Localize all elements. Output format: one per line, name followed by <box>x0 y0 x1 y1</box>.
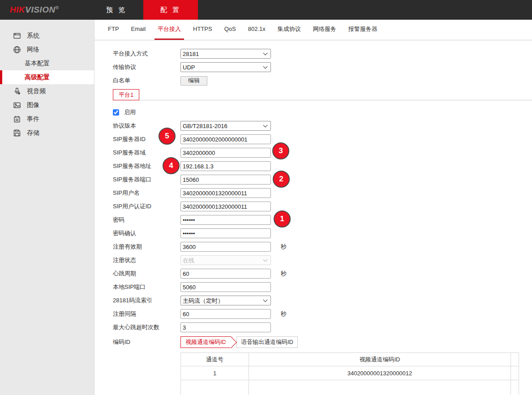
tab-email[interactable]: Email <box>128 19 149 40</box>
image-icon <box>13 101 21 110</box>
form-row-transport: 传输协议 UDP <box>113 62 532 72</box>
reg-interval-input[interactable] <box>180 309 271 319</box>
reg-interval-label: 注册间隔 <box>113 310 180 318</box>
tab-audio-output-channel-encoding-id[interactable]: 语音输出通道编码ID <box>236 336 298 348</box>
form-row-sip-domain: SIP服务器域 <box>113 148 532 158</box>
tab-ftp[interactable]: FTP <box>105 19 122 40</box>
sidebar-item-label: 存储 <box>27 129 39 137</box>
form-row-enable: 启用 <box>113 107 532 117</box>
tab-alarm-server[interactable]: 报警服务器 <box>345 19 381 40</box>
table-spacer-cell <box>511 366 519 380</box>
settings-tab-bar: FTP Email 平台接入 HTTPS QoS 802.1x 集成协议 网络服… <box>94 20 532 40</box>
protocol-version-select[interactable]: GB/T28181-2016 <box>180 121 271 131</box>
seconds-unit-label: 秒 <box>281 243 287 251</box>
sidebar-item-system[interactable]: 系统 <box>0 29 94 43</box>
form-row-sip-auth-id: SIP用户认证ID <box>113 202 532 211</box>
sip-auth-id-input[interactable] <box>180 202 271 211</box>
sip-port-input[interactable] <box>180 175 271 185</box>
form-row-reg-status: 注册状态 在线 <box>113 255 532 265</box>
stream-index-select[interactable]: 主码流（定时） <box>180 296 271 305</box>
tab-integration-protocol[interactable]: 集成协议 <box>275 19 304 40</box>
password-input[interactable] <box>180 215 271 225</box>
logo-hik: HIK <box>10 5 25 14</box>
sidebar: 系统 网络 基本配置 高级配置 视音频 图像 事件 存储 <box>0 20 94 395</box>
password-confirm-input[interactable] <box>180 228 271 238</box>
system-icon <box>13 31 21 40</box>
table-row[interactable]: 1 34020000001320000012 <box>181 366 519 380</box>
tab-video-channel-encoding-id[interactable]: 视频通道编码ID <box>180 336 231 348</box>
sidebar-item-storage[interactable]: 存储 <box>0 126 94 140</box>
platform-tab-divider <box>139 100 532 100</box>
form-row-heartbeat: 心跳周期 秒 <box>113 269 532 279</box>
heartbeat-label: 心跳周期 <box>113 270 180 278</box>
form-row-password: 密码 <box>113 215 532 225</box>
enable-checkbox[interactable] <box>113 109 119 116</box>
logo-registered-mark: ® <box>56 5 59 10</box>
sip-user-input[interactable] <box>180 188 271 198</box>
form-row-whitelist: 白名单 编辑 <box>113 76 532 86</box>
max-heartbeat-timeout-input[interactable] <box>180 322 271 332</box>
form-row-sip-port: SIP服务器端口 <box>113 175 532 185</box>
sidebar-item-video-audio[interactable]: 视音频 <box>0 84 94 98</box>
form-row-password-confirm: 密码确认 <box>113 228 532 238</box>
table-spacer-header <box>511 353 519 366</box>
password-confirm-label: 密码确认 <box>113 229 180 237</box>
sip-address-input[interactable] <box>180 161 271 171</box>
tab-802-1x[interactable]: 802.1x <box>245 19 269 40</box>
tab-https[interactable]: HTTPS <box>190 19 215 40</box>
encoding-id-tabs: 视频通道编码ID 语音输出通道编码ID <box>180 336 298 348</box>
table-row[interactable] <box>181 380 519 395</box>
sidebar-item-label: 事件 <box>27 115 39 123</box>
sidebar-item-label: 网络 <box>27 46 39 54</box>
sip-server-id-input[interactable] <box>180 134 271 144</box>
access-mode-select[interactable]: 28181 <box>180 49 271 59</box>
reg-status-label: 注册状态 <box>113 256 180 264</box>
seconds-unit-label: 秒 <box>281 310 287 318</box>
callout-badge-3: 3 <box>272 142 289 159</box>
sidebar-item-advanced-config[interactable]: 高级配置 <box>0 70 94 84</box>
transport-select[interactable]: UDP <box>180 62 271 72</box>
sip-domain-input[interactable] <box>180 148 271 158</box>
sidebar-item-label: 视音频 <box>27 87 46 95</box>
form-row-sip-server-id: SIP服务器ID <box>113 134 532 144</box>
access-mode-label: 平台接入方式 <box>113 50 180 58</box>
form-row-protocol-version: 协议版本 GB/T28181-2016 <box>113 121 532 131</box>
platform-tab-row: 平台1 <box>113 89 532 100</box>
form-row-local-sip-port: 本地SIP端口 <box>113 282 532 292</box>
sidebar-item-event[interactable]: 事件 <box>0 112 94 126</box>
form-row-reg-validity: 注册有效期 秒 <box>113 242 532 252</box>
sip-user-label: SIP用户名 <box>113 189 180 197</box>
platform-access-form: 平台接入方式 28181 传输协议 UDP 白名单 编辑 平台1 启用 协议版本… <box>94 40 532 395</box>
nav-tab-configuration[interactable]: 配 置 <box>143 0 198 20</box>
callout-badge-2: 2 <box>273 171 290 188</box>
channel-number-header: 通道号 <box>181 353 249 366</box>
sidebar-item-basic-config[interactable]: 基本配置 <box>0 56 94 70</box>
table-header-row: 通道号 视频通道编码ID <box>181 353 519 366</box>
local-sip-port-input[interactable] <box>180 282 271 292</box>
reg-validity-input[interactable] <box>180 242 271 252</box>
tab-qos[interactable]: QoS <box>221 19 239 40</box>
whitelist-label: 白名单 <box>113 77 180 85</box>
video-channel-id-header: 视频通道编码ID <box>249 353 511 366</box>
tab-platform-access[interactable]: 平台接入 <box>154 19 184 40</box>
password-label: 密码 <box>113 216 180 224</box>
nav-tab-preview[interactable]: 预 览 <box>98 0 135 20</box>
sip-auth-id-label: SIP用户认证ID <box>113 202 180 210</box>
callout-badge-1: 1 <box>274 210 291 228</box>
sidebar-item-label: 系统 <box>27 32 39 40</box>
network-globe-icon <box>13 45 21 54</box>
whitelist-edit-button[interactable]: 编辑 <box>180 76 207 86</box>
local-sip-port-label: 本地SIP端口 <box>113 283 180 291</box>
reg-validity-label: 注册有效期 <box>113 243 180 251</box>
heartbeat-input[interactable] <box>180 269 271 279</box>
sidebar-item-image[interactable]: 图像 <box>0 98 94 112</box>
top-bar: HIKVISION® 预 览 配 置 <box>0 0 532 20</box>
reg-status-select: 在线 <box>180 255 271 265</box>
sidebar-item-label: 图像 <box>27 101 39 109</box>
platform1-tab[interactable]: 平台1 <box>113 89 139 100</box>
video-channel-id-cell: 34020000001320000012 <box>249 366 511 380</box>
sip-port-label: SIP服务器端口 <box>113 176 180 184</box>
sidebar-item-network[interactable]: 网络 <box>0 43 94 56</box>
tab-network-service[interactable]: 网络服务 <box>310 19 339 40</box>
form-row-sip-user: SIP用户名 <box>113 188 532 198</box>
